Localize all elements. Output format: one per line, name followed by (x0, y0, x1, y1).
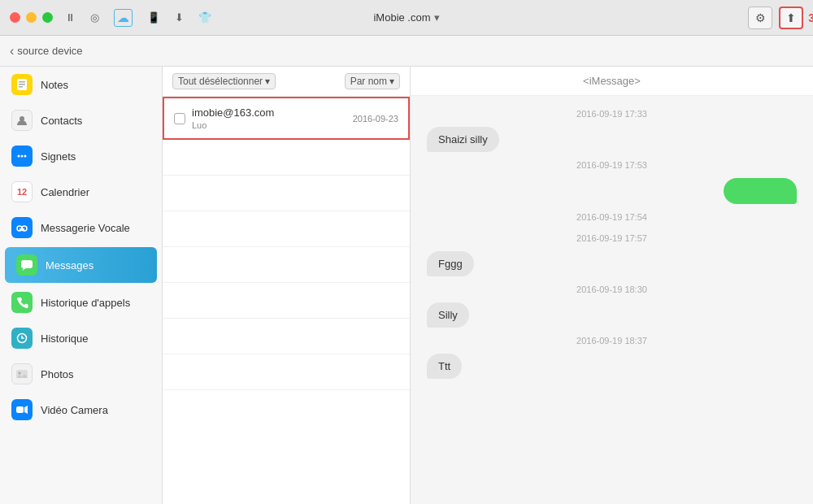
sidebar-icon-0 (11, 74, 33, 95)
sidebar-item-messages[interactable]: Messages1 (5, 247, 157, 283)
download-icon: ⬇ (175, 11, 184, 24)
svg-rect-11 (21, 260, 33, 268)
contact-row[interactable] (163, 176, 410, 211)
sidebar-icon-2 (11, 146, 33, 167)
back-chevron-icon: ‹ (10, 44, 14, 59)
contact-row[interactable] (163, 319, 410, 354)
sidebar-icon-8 (11, 363, 33, 385)
deselect-chevron-icon: ▾ (265, 76, 270, 87)
app-title: iMobie .com ▾ (373, 11, 439, 24)
gear-icon: ⚙ (755, 11, 766, 24)
export-icon: ⬆ (786, 11, 796, 24)
sidebar-icon-9 (11, 399, 33, 420)
contact-row[interactable] (163, 247, 410, 283)
message-bubble (724, 178, 797, 204)
close-button[interactable] (10, 12, 20, 23)
sidebar-item-label: Historique d'appels (41, 297, 130, 309)
sidebar-item-signets[interactable]: Signets (0, 138, 162, 174)
navbar: ‹ source device (0, 36, 813, 67)
sidebar-item-label: Messagerie Vocale (41, 222, 130, 234)
message-timestamp: 2016-09-19 18:37 (427, 336, 797, 345)
contact-checkbox[interactable] (174, 113, 185, 124)
message-row-left: Ttt (427, 354, 797, 379)
settings-button[interactable]: ⚙ (748, 7, 772, 29)
sidebar-icon-5 (16, 254, 37, 276)
title-text: iMobie .com (373, 11, 430, 24)
pause-icon: ⏸ (65, 11, 76, 24)
message-row-left: Shaizi silly (427, 127, 797, 152)
sort-chevron-icon: ▾ (389, 76, 394, 87)
messages-body: 2016-09-19 17:33Shaizi silly2016-09-19 1… (411, 96, 813, 504)
titlebar-right-buttons: ⚙ ⬆ 3 (748, 7, 803, 29)
message-timestamp: 2016-09-19 17:53 (427, 160, 797, 170)
svg-point-5 (18, 155, 20, 158)
message-timestamp: 2016-09-19 18:30 (427, 285, 797, 294)
contact-sub: Luo (192, 120, 346, 130)
svg-rect-3 (19, 86, 23, 88)
message-timestamp: 2016-09-19 17:57 (427, 233, 797, 243)
svg-point-6 (21, 155, 24, 158)
phone-icon: 📱 (147, 11, 160, 24)
svg-rect-2 (19, 84, 25, 85)
message-row-left: Silly (427, 302, 797, 328)
imessage-label: <iMessage> (583, 75, 641, 87)
minimize-button[interactable] (26, 12, 37, 23)
sidebar-item-label: Signets (41, 150, 76, 163)
main-layout: NotesContactsSignets12CalendrierMessager… (0, 67, 813, 504)
sidebar: NotesContactsSignets12CalendrierMessager… (0, 67, 163, 504)
back-button[interactable]: ‹ source device (10, 44, 83, 59)
sidebar-icon-6 (11, 292, 33, 313)
contact-row[interactable] (163, 211, 410, 247)
export-button[interactable]: ⬆ 3 (779, 7, 803, 29)
contact-email: imobie@163.com (192, 106, 346, 119)
svg-point-15 (19, 372, 21, 375)
contact-row[interactable] (163, 140, 410, 176)
svg-marker-17 (24, 406, 28, 414)
title-chevron-icon[interactable]: ▾ (434, 11, 440, 24)
message-bubble: Shaizi silly (427, 127, 499, 152)
svg-marker-12 (22, 268, 26, 271)
sidebar-item-messagerie-vocale[interactable]: Messagerie Vocale (0, 210, 162, 245)
sidebar-item-calendrier[interactable]: 12Calendrier (0, 174, 162, 210)
circle-icon: ◎ (90, 11, 99, 24)
sidebar-item-label: Messages (46, 259, 93, 272)
window-controls (10, 12, 53, 23)
contact-date: 2016-09-23 (353, 114, 398, 124)
contact-row[interactable]: imobie@163.com Luo 2016-09-23 2 (163, 97, 410, 140)
svg-point-7 (24, 155, 27, 158)
sidebar-icon-1 (11, 110, 33, 131)
source-device-label: source device (17, 45, 82, 57)
titlebar: ⏸ ◎ ☁ 📱 ⬇ 👕 iMobie .com ▾ ⚙ ⬆ 3 (0, 0, 813, 36)
contact-pane-header: Tout désélectionner ▾ Par nom ▾ (163, 67, 410, 97)
sidebar-item-historique[interactable]: Historique (0, 320, 162, 356)
contact-row[interactable] (163, 283, 410, 319)
sort-by-button[interactable]: Par nom ▾ (345, 73, 400, 89)
svg-rect-1 (19, 81, 25, 83)
sidebar-item-label: Historique (41, 332, 89, 345)
sidebar-item-notes[interactable]: Notes (0, 67, 162, 102)
sidebar-item-historique-d'appels[interactable]: Historique d'appels (0, 285, 162, 320)
message-bubble: Silly (427, 302, 469, 328)
svg-rect-16 (16, 406, 24, 413)
cloud-icon[interactable]: ☁ (114, 9, 133, 27)
message-bubble: Fggg (427, 251, 474, 276)
contact-list: imobie@163.com Luo 2016-09-23 2 (163, 97, 410, 504)
message-bubble: Ttt (427, 354, 462, 379)
sidebar-icon-4 (11, 217, 33, 238)
sidebar-item-label: Vidéo Camera (41, 404, 108, 416)
sidebar-item-contacts[interactable]: Contacts (0, 102, 162, 138)
deselect-all-button[interactable]: Tout désélectionner ▾ (172, 73, 276, 89)
message-header: <iMessage> (411, 67, 813, 96)
message-timestamp: 2016-09-19 17:33 (427, 109, 797, 119)
deselect-all-label: Tout désélectionner (178, 76, 263, 87)
sidebar-item-vidéo-camera[interactable]: Vidéo Camera (0, 392, 162, 428)
sidebar-icon-3: 12 (11, 181, 33, 202)
titlebar-icons: ⏸ ◎ ☁ 📱 ⬇ 👕 (65, 9, 211, 27)
message-pane: <iMessage> 2016-09-19 17:33Shaizi silly2… (411, 67, 813, 504)
message-timestamp: 2016-09-19 17:54 (427, 212, 797, 222)
sort-by-label: Par nom (350, 76, 387, 87)
maximize-button[interactable] (42, 12, 53, 23)
sidebar-item-photos[interactable]: Photos (0, 356, 162, 392)
contact-row[interactable] (163, 354, 410, 390)
sidebar-item-label: Notes (41, 79, 68, 91)
